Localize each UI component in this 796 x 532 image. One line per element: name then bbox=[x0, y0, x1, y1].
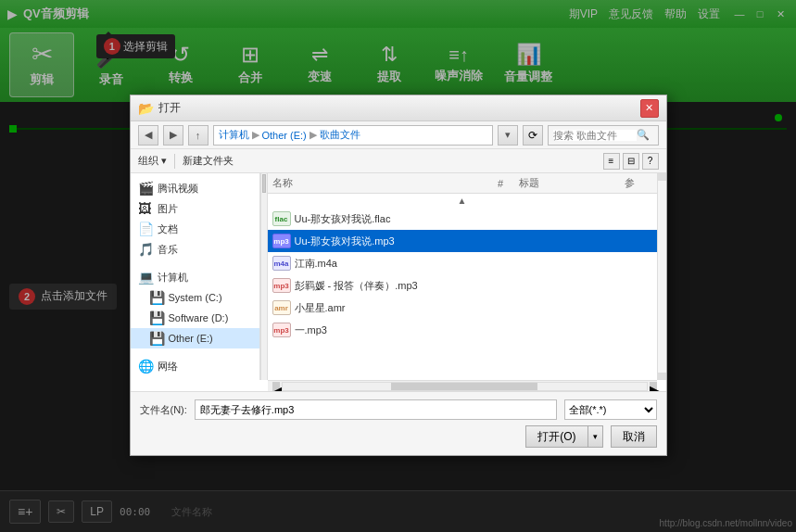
computer-icon: 💻 bbox=[138, 270, 153, 285]
scroll-top bbox=[658, 173, 666, 181]
filename-row: 文件名(N): 全部(*.*) bbox=[140, 399, 657, 420]
view-details-button[interactable]: ⊟ bbox=[623, 153, 639, 170]
h-scroll-thumb bbox=[391, 383, 537, 390]
filename-label: 文件名(N): bbox=[140, 403, 187, 417]
open-button[interactable]: 打开(O) bbox=[525, 425, 588, 448]
sidebar-item-pictures[interactable]: 🖼 图片 bbox=[131, 198, 259, 219]
mp3-icon-selected: mp3 bbox=[272, 234, 291, 248]
file-item-m4a[interactable]: m4a 江南.m4a bbox=[268, 252, 657, 274]
dialog-titlebar: 📂 打开 ✕ bbox=[131, 95, 666, 121]
pictures-icon: 🖼 bbox=[138, 201, 153, 216]
nav-back-button[interactable]: ◀ bbox=[138, 125, 158, 146]
col-title-header: 标题 bbox=[519, 176, 624, 190]
view-help-button[interactable]: ? bbox=[642, 153, 659, 170]
path-part-other[interactable]: Other (E:) bbox=[262, 130, 307, 141]
sidebar-item-computer[interactable]: 💻 计算机 bbox=[131, 267, 259, 287]
h-scroll-track bbox=[282, 382, 648, 391]
m4a-icon: m4a bbox=[272, 256, 291, 271]
open-button-group: 打开(O) ▾ bbox=[525, 425, 602, 448]
sidebar-item-system-c[interactable]: 💾 System (C:) bbox=[131, 287, 259, 308]
mp3-icon-2: mp3 bbox=[272, 278, 291, 293]
path-part-computer[interactable]: 计算机 bbox=[219, 128, 249, 142]
dialog-title: 📂 打开 bbox=[138, 100, 181, 116]
h-scroll-left: ◀ bbox=[272, 382, 280, 391]
network-icon: 🌐 bbox=[138, 359, 153, 374]
scroll-bottom bbox=[658, 373, 666, 380]
sidebar-item-software-d[interactable]: 💾 Software (D:) bbox=[131, 308, 259, 328]
software-d-icon: 💾 bbox=[149, 310, 164, 325]
view-buttons: ≡ ⊟ ? bbox=[603, 153, 659, 170]
h-scroll-right: ▶ bbox=[650, 382, 657, 391]
search-icon: 🔍 bbox=[637, 129, 650, 141]
scrollbar-thumb[interactable] bbox=[262, 174, 266, 193]
dialog-addressbar: ◀ ▶ ↑ 计算机 ▶ Other (E:) ▶ 歌曲文件 ▾ ⟳ 🔍 bbox=[131, 121, 666, 149]
other-e-icon: 💾 bbox=[149, 331, 164, 346]
col-name-header: 名称 bbox=[272, 176, 483, 190]
dialog-toolbar: 组织 ▾ 新建文件夹 ≡ ⊟ ? bbox=[131, 149, 666, 173]
sidebar-item-music[interactable]: 🎵 音乐 bbox=[131, 239, 259, 260]
sidebar-item-documents[interactable]: 📄 文档 bbox=[131, 219, 259, 239]
col-extra-header: 参 bbox=[625, 176, 652, 190]
filename-input[interactable] bbox=[195, 399, 557, 420]
refresh-button[interactable]: ⟳ bbox=[523, 125, 543, 146]
dialog-title-icon: 📂 bbox=[138, 101, 154, 116]
path-sep-2: ▶ bbox=[310, 129, 317, 141]
filelist-header: 名称 # 标题 参 bbox=[268, 173, 657, 194]
path-part-songs[interactable]: 歌曲文件 bbox=[320, 128, 360, 142]
path-sep-1: ▶ bbox=[252, 129, 259, 141]
dialog-close-button[interactable]: ✕ bbox=[640, 99, 659, 118]
file-item-mp3-3[interactable]: mp3 一.mp3 bbox=[268, 319, 657, 341]
toolbar-divider bbox=[174, 154, 175, 169]
sidebar-spacer bbox=[131, 260, 259, 267]
sidebar-item-tencent-video[interactable]: 🎬 腾讯视频 bbox=[131, 178, 259, 198]
nav-forward-button[interactable]: ▶ bbox=[163, 125, 183, 146]
cancel-button[interactable]: 取消 bbox=[611, 425, 657, 448]
dialog-sidebar: 🎬 腾讯视频 🖼 图片 📄 文档 🎵 音乐 bbox=[131, 173, 260, 380]
amr-icon: amr bbox=[272, 300, 291, 315]
dialog-bottom: 文件名(N): 全部(*.*) 打开(O) ▾ 取消 bbox=[131, 391, 666, 455]
tencent-video-icon: 🎬 bbox=[138, 181, 153, 196]
scroll-track bbox=[658, 181, 666, 373]
system-c-icon: 💾 bbox=[149, 290, 164, 305]
file-item-amr[interactable]: amr 小星星.amr bbox=[268, 297, 657, 319]
file-list: 名称 # 标题 参 ▲ flac Uu-那女孩对我说.flac mp3 Uu bbox=[268, 173, 657, 380]
col-num-header: # bbox=[482, 178, 519, 189]
sidebar-item-other-e[interactable]: 💾 Other (E:) bbox=[131, 328, 259, 348]
documents-icon: 📄 bbox=[138, 222, 153, 236]
filelist-scrollbar[interactable] bbox=[657, 173, 666, 380]
sidebar-scrollbar[interactable] bbox=[260, 173, 268, 380]
app-window: ▶ QV音频剪辑 1 选择剪辑 期VIP 意见反馈 帮助 设置 — □ ✕ bbox=[0, 0, 796, 532]
open-dropdown-button[interactable]: ▾ bbox=[588, 425, 603, 448]
horizontal-scrollbar[interactable]: ◀ ▶ bbox=[268, 380, 657, 391]
sidebar-item-network[interactable]: 🌐 网络 bbox=[131, 356, 259, 376]
music-icon: 🎵 bbox=[138, 242, 153, 257]
file-dialog: 📂 打开 ✕ ◀ ▶ ↑ 计算机 ▶ Other (E:) ▶ 歌曲文件 ▾ ⟳ bbox=[130, 95, 667, 456]
nav-dropdown-button[interactable]: ▾ bbox=[498, 125, 518, 146]
file-dialog-overlay: 📂 打开 ✕ ◀ ▶ ↑ 计算机 ▶ Other (E:) ▶ 歌曲文件 ▾ ⟳ bbox=[0, 0, 796, 532]
sort-arrow: ▲ bbox=[268, 194, 657, 208]
file-item-mp3-2[interactable]: mp3 彭羁媛 - 报答（伴奏）.mp3 bbox=[268, 274, 657, 297]
flac-icon: flac bbox=[272, 211, 291, 226]
dialog-actions: 打开(O) ▾ 取消 bbox=[140, 425, 657, 448]
view-list-button[interactable]: ≡ bbox=[603, 153, 620, 170]
search-input[interactable] bbox=[553, 130, 637, 141]
file-item-flac[interactable]: flac Uu-那女孩对我说.flac bbox=[268, 208, 657, 230]
nav-up-button[interactable]: ↑ bbox=[188, 125, 208, 146]
file-item-mp3-selected[interactable]: mp3 Uu-那女孩对我说.mp3 3 选择歌曲文件 bbox=[268, 230, 657, 252]
search-box: 🔍 bbox=[548, 125, 659, 146]
dialog-body: 🎬 腾讯视频 🖼 图片 📄 文档 🎵 音乐 bbox=[131, 173, 666, 380]
filetype-select[interactable]: 全部(*.*) bbox=[564, 399, 657, 420]
address-path: 计算机 ▶ Other (E:) ▶ 歌曲文件 bbox=[213, 125, 493, 146]
sidebar-spacer2 bbox=[131, 348, 259, 356]
organize-button[interactable]: 组织 ▾ bbox=[138, 154, 167, 168]
new-folder-button[interactable]: 新建文件夹 bbox=[183, 154, 234, 168]
mp3-icon-3: mp3 bbox=[272, 323, 291, 337]
